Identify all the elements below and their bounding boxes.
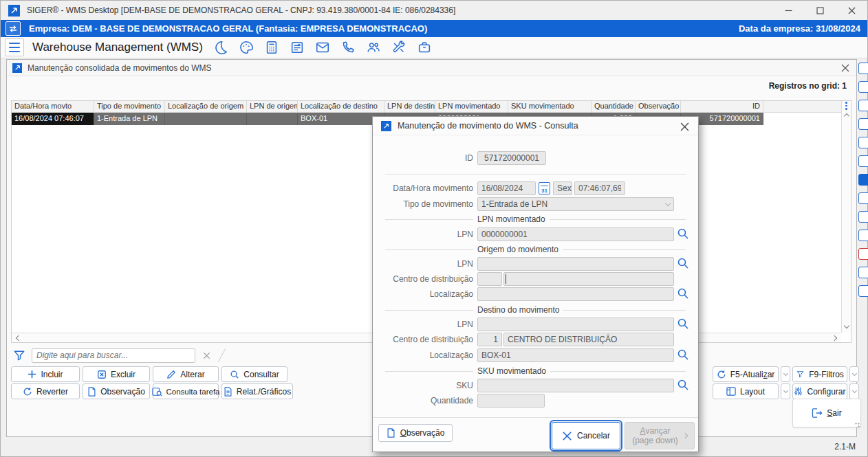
module-title: Warehouse Management (WMS): [32, 41, 203, 54]
dock-icon[interactable]: [858, 63, 868, 74]
origem-lpn-field[interactable]: [477, 257, 674, 271]
users-icon[interactable]: [365, 39, 382, 56]
column-header[interactable]: LPN movimentado: [435, 101, 508, 113]
reverter-button[interactable]: Reverter: [11, 383, 80, 399]
column-header[interactable]: Localização de origem: [165, 101, 247, 113]
column-header[interactable]: Data/Hora movto: [12, 101, 94, 113]
origem-cd-name-field[interactable]: [503, 272, 674, 286]
lookup-icon[interactable]: [677, 257, 689, 269]
calculator-icon[interactable]: [263, 39, 281, 56]
dock-icon-alert[interactable]: [858, 248, 868, 260]
mdi-title: Manutenção consolidada de movimentos do …: [28, 63, 211, 73]
column-header[interactable]: ID: [681, 101, 763, 113]
relatorios-graficos-button[interactable]: Relat./Gráficos: [221, 383, 293, 399]
consultar-button[interactable]: Consultar: [221, 366, 287, 382]
dock-icon[interactable]: [858, 230, 868, 241]
company-switch-icon[interactable]: [6, 21, 21, 36]
filter-funnel-icon[interactable]: [12, 348, 26, 362]
cancelar-button[interactable]: Cancelar: [552, 422, 620, 449]
consulta-tarefa-button[interactable]: Consulta tarefa: [153, 383, 219, 399]
calendar-icon[interactable]: 31: [539, 182, 550, 194]
search-input[interactable]: [32, 348, 195, 363]
destino-cd-name-field[interactable]: [503, 333, 674, 346]
form-icon[interactable]: [289, 39, 306, 56]
menu-icon[interactable]: [5, 38, 24, 56]
clear-search-icon[interactable]: [201, 350, 212, 361]
dock-icon-active[interactable]: [858, 174, 868, 186]
cd-label: Centro de distribuição: [378, 272, 473, 284]
dialog-icon: [381, 121, 391, 131]
excluir-button[interactable]: Excluir: [83, 366, 150, 382]
dock-icon[interactable]: [858, 100, 868, 111]
vertical-scrollbar[interactable]: [841, 101, 851, 333]
lookup-icon[interactable]: [677, 379, 689, 391]
dock-icon[interactable]: [858, 211, 868, 223]
delete-icon: [97, 370, 107, 379]
column-header[interactable]: LPN de origem: [247, 101, 298, 113]
dock-icon[interactable]: [858, 137, 868, 148]
column-header[interactable]: Quantidade: [592, 101, 636, 113]
column-header[interactable]: SKU movimentado: [508, 101, 592, 113]
column-header[interactable]: Localização de destino: [298, 101, 384, 113]
moon-icon[interactable]: [213, 39, 230, 56]
sair-button[interactable]: Sair: [792, 399, 861, 427]
maximize-button[interactable]: [804, 1, 836, 20]
column-header[interactable]: Observação: [636, 101, 681, 113]
briefcase-icon[interactable]: [416, 39, 433, 56]
destino-cd-code-field[interactable]: [477, 333, 502, 346]
f9-filtros-button[interactable]: F9-Filtros: [792, 366, 847, 382]
scroll-left-icon[interactable]: [14, 334, 23, 342]
tools-icon[interactable]: [391, 39, 408, 56]
column-header[interactable]: LPN de destino: [384, 101, 435, 113]
dock-icon[interactable]: [858, 192, 868, 204]
avancar-button[interactable]: Avançar(page down): [625, 422, 695, 449]
origem-loc-field[interactable]: [477, 287, 674, 301]
scroll-down-icon[interactable]: [843, 322, 851, 331]
f9-dropdown-icon[interactable]: [849, 366, 859, 382]
date-field[interactable]: [477, 181, 536, 195]
layout-button[interactable]: Layout: [713, 383, 779, 399]
lpn-movimentado-field[interactable]: [477, 227, 674, 241]
incluir-button[interactable]: Incluir: [11, 366, 80, 382]
close-button[interactable]: [836, 1, 867, 20]
configurar-button[interactable]: Configurar: [792, 383, 847, 399]
destino-loc-field[interactable]: [477, 348, 674, 362]
lookup-icon[interactable]: [677, 227, 689, 240]
alterar-button[interactable]: Alterar: [153, 366, 219, 382]
dock-icon[interactable]: [858, 267, 868, 278]
time-field[interactable]: [574, 181, 625, 195]
dock-icon[interactable]: [858, 81, 868, 93]
resize-grip[interactable]: [855, 423, 860, 428]
palette-icon[interactable]: [238, 39, 255, 56]
f5-dropdown-icon[interactable]: [781, 366, 790, 382]
dock-icon[interactable]: [858, 285, 868, 297]
configurar-dropdown-icon[interactable]: [849, 383, 859, 399]
id-field[interactable]: [477, 151, 546, 165]
f5-atualizar-button[interactable]: F5-Atualizar: [713, 366, 779, 382]
minimize-button[interactable]: [772, 1, 804, 20]
column-header[interactable]: Tipo de movimento: [94, 101, 165, 113]
dock-icon[interactable]: [858, 155, 868, 167]
dialog-observacao-button[interactable]: Observação: [378, 424, 453, 442]
sku-field[interactable]: [477, 379, 674, 392]
grid-header: Data/Hora movto Tipo de movimento Locali…: [12, 101, 841, 113]
tipo-select[interactable]: 1-Entrada de LPN: [477, 197, 674, 211]
destino-lpn-field[interactable]: [477, 317, 674, 331]
tipo-label: Tipo de movimento: [378, 197, 473, 209]
observacao-button[interactable]: Observação: [83, 383, 150, 399]
lookup-icon[interactable]: [677, 348, 689, 361]
scroll-up-icon[interactable]: [843, 111, 851, 119]
phone-icon[interactable]: [340, 39, 357, 56]
lookup-icon[interactable]: [677, 287, 689, 300]
mail-icon[interactable]: [314, 39, 332, 56]
dialog-close-icon[interactable]: [677, 120, 691, 133]
mdi-close-icon[interactable]: [838, 62, 852, 74]
scroll-right-icon[interactable]: [830, 334, 838, 342]
grid-options-icon[interactable]: [843, 102, 851, 110]
dock-icon[interactable]: [858, 118, 868, 130]
layout-dropdown-icon[interactable]: [781, 383, 790, 399]
revert-icon: [23, 387, 32, 397]
quantidade-field[interactable]: [477, 394, 545, 408]
origem-cd-code-field[interactable]: [477, 272, 502, 286]
lookup-icon[interactable]: [677, 317, 689, 330]
